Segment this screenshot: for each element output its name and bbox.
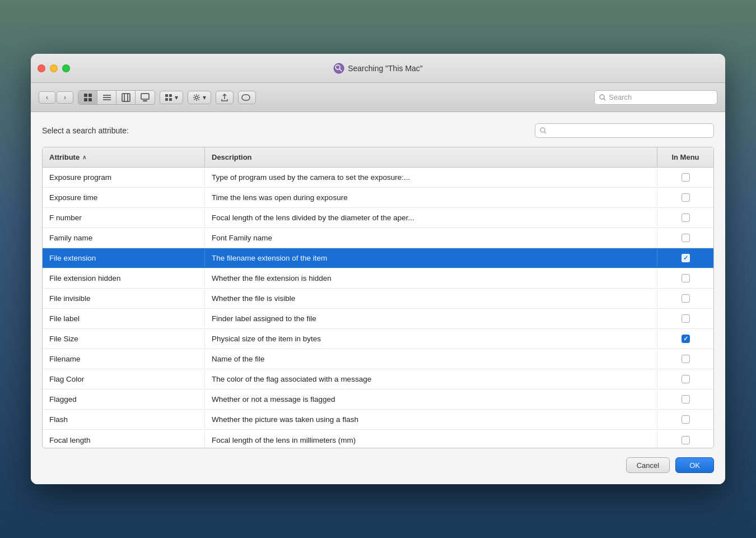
filter-search-box[interactable] bbox=[535, 123, 714, 138]
table-row[interactable]: File invisibleWhether the file is visibl… bbox=[43, 289, 713, 309]
attributes-table: Attribute ∧ Description In Menu Exposure… bbox=[42, 147, 714, 448]
grid-icon bbox=[83, 93, 92, 102]
in-menu-checkbox[interactable] bbox=[682, 294, 690, 303]
action-button[interactable]: ▾ bbox=[188, 91, 211, 104]
table-row[interactable]: Exposure programType of program used by … bbox=[43, 168, 713, 188]
ok-button[interactable]: OK bbox=[675, 457, 714, 473]
view-gallery-button[interactable] bbox=[136, 91, 155, 104]
in-menu-checkbox[interactable] bbox=[682, 274, 690, 282]
view-column-button[interactable] bbox=[116, 91, 136, 104]
attribute-cell: File label bbox=[43, 310, 205, 327]
description-cell: Whether or not a message is flagged bbox=[205, 391, 657, 408]
attribute-cell: File Size bbox=[43, 330, 205, 347]
table-row[interactable]: F numberFocal length of the lens divided… bbox=[43, 208, 713, 228]
attribute-cell: Exposure time bbox=[43, 189, 205, 206]
in-menu-cell[interactable] bbox=[657, 432, 713, 448]
nav-buttons: ‹ › bbox=[39, 91, 73, 104]
toolbar-search-placeholder: Search bbox=[609, 93, 632, 101]
attribute-column-header: Attribute ∧ bbox=[43, 147, 205, 167]
description-cell: Whether the file extension is hidden bbox=[205, 270, 657, 287]
svg-point-19 bbox=[195, 96, 198, 99]
toolbar-search-box[interactable]: Search bbox=[594, 90, 717, 105]
in-menu-checkbox[interactable] bbox=[682, 436, 690, 444]
table-row[interactable]: File SizePhysical size of the item in by… bbox=[43, 329, 713, 349]
table-row[interactable]: File extensionThe filename extension of … bbox=[43, 248, 713, 268]
in-menu-cell[interactable] bbox=[657, 330, 713, 347]
svg-rect-20 bbox=[242, 95, 250, 100]
attribute-cell: File extension hidden bbox=[43, 270, 205, 287]
in-menu-checkbox[interactable] bbox=[682, 355, 690, 363]
sort-arrow: ∧ bbox=[82, 154, 86, 160]
description-cell: Finder label assigned to the file bbox=[205, 310, 657, 327]
table-row[interactable]: File extension hiddenWhether the file ex… bbox=[43, 268, 713, 289]
in-menu-cell[interactable] bbox=[657, 229, 713, 247]
description-cell: Focal length of the lens divided by the … bbox=[205, 209, 657, 226]
in-menu-checkbox[interactable] bbox=[682, 254, 690, 262]
description-cell: Font Family name bbox=[205, 229, 657, 247]
in-menu-cell[interactable] bbox=[657, 411, 713, 428]
toolbar: ‹ › bbox=[31, 83, 725, 112]
table-row[interactable]: FlashWhether the picture was taken using… bbox=[43, 410, 713, 430]
in-menu-checkbox[interactable] bbox=[682, 193, 690, 202]
in-menu-checkbox[interactable] bbox=[682, 173, 690, 182]
view-list-button[interactable] bbox=[97, 91, 116, 104]
attribute-cell: Filename bbox=[43, 350, 205, 368]
in-menu-checkbox[interactable] bbox=[682, 234, 690, 242]
attribute-cell: File extension bbox=[43, 249, 205, 267]
attribute-cell: Flagged bbox=[43, 391, 205, 408]
close-button[interactable] bbox=[38, 64, 45, 72]
back-button[interactable]: ‹ bbox=[39, 91, 55, 104]
svg-point-21 bbox=[600, 95, 604, 99]
attribute-cell: Flash bbox=[43, 411, 205, 428]
attribute-cell: Flag Color bbox=[43, 370, 205, 388]
share-button[interactable] bbox=[216, 91, 234, 104]
in-menu-checkbox[interactable] bbox=[682, 395, 690, 404]
in-menu-cell[interactable] bbox=[657, 189, 713, 206]
in-menu-cell[interactable] bbox=[657, 270, 713, 287]
attribute-cell: File invisible bbox=[43, 290, 205, 307]
in-menu-cell[interactable] bbox=[657, 350, 713, 368]
in-menu-cell[interactable] bbox=[657, 209, 713, 226]
view-mode-buttons bbox=[78, 90, 155, 105]
maximize-button[interactable] bbox=[62, 64, 70, 72]
svg-line-24 bbox=[544, 132, 546, 133]
in-menu-checkbox[interactable] bbox=[682, 335, 690, 343]
window-title: Searching "This Mac" bbox=[348, 64, 423, 73]
in-menu-cell[interactable] bbox=[657, 169, 713, 186]
in-menu-cell[interactable] bbox=[657, 310, 713, 327]
in-menu-checkbox[interactable] bbox=[682, 214, 690, 222]
description-cell: Whether the picture was taken using a fl… bbox=[205, 411, 657, 428]
table-row[interactable]: FlaggedWhether or not a message is flagg… bbox=[43, 389, 713, 410]
arrange-button[interactable]: ▾ bbox=[160, 91, 183, 104]
view-icon-button[interactable] bbox=[78, 91, 97, 104]
in-menu-cell[interactable] bbox=[657, 249, 713, 267]
tag-button[interactable] bbox=[238, 91, 256, 104]
svg-point-23 bbox=[540, 128, 545, 132]
in-menu-checkbox[interactable] bbox=[682, 375, 690, 383]
svg-rect-13 bbox=[141, 94, 149, 99]
attribute-cell: F number bbox=[43, 209, 205, 226]
table-row[interactable]: Focal lengthFocal length of the lens in … bbox=[43, 430, 713, 448]
svg-rect-5 bbox=[84, 98, 87, 101]
in-menu-checkbox[interactable] bbox=[682, 415, 690, 424]
dialog-header: Select a search attribute: bbox=[42, 123, 714, 138]
in-menu-checkbox[interactable] bbox=[682, 314, 690, 323]
in-menu-cell[interactable] bbox=[657, 391, 713, 408]
description-cell: The color of the flag associated with a … bbox=[205, 370, 657, 388]
description-column-header: Description bbox=[205, 147, 657, 167]
table-row[interactable]: File labelFinder label assigned to the f… bbox=[43, 309, 713, 329]
in-menu-cell[interactable] bbox=[657, 370, 713, 388]
back-icon: ‹ bbox=[46, 94, 48, 101]
table-row[interactable]: Exposure timeTime the lens was open duri… bbox=[43, 188, 713, 208]
svg-rect-4 bbox=[88, 94, 92, 97]
svg-rect-18 bbox=[169, 98, 172, 101]
cancel-button[interactable]: Cancel bbox=[626, 457, 670, 473]
in-menu-cell[interactable] bbox=[657, 290, 713, 307]
svg-rect-17 bbox=[165, 98, 168, 101]
attribute-cell: Exposure program bbox=[43, 169, 205, 186]
table-row[interactable]: FilenameName of the file bbox=[43, 349, 713, 369]
forward-button[interactable]: › bbox=[57, 91, 73, 104]
table-row[interactable]: Family nameFont Family name bbox=[43, 228, 713, 248]
minimize-button[interactable] bbox=[50, 64, 58, 72]
table-row[interactable]: Flag ColorThe color of the flag associat… bbox=[43, 369, 713, 389]
